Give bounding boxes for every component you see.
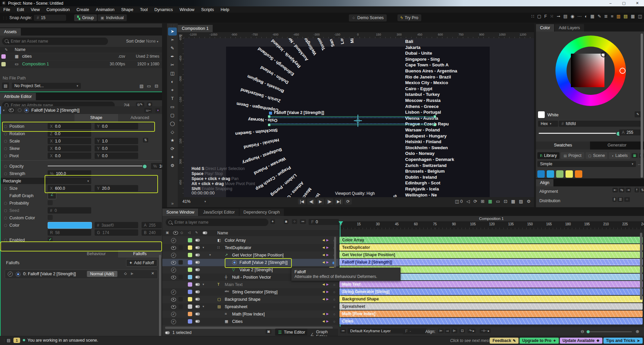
solo-box[interactable] xyxy=(178,297,183,301)
tab-advanced[interactable]: Advanced xyxy=(118,114,162,121)
layer-row[interactable]: ✓◧Color Array◀▶○ xyxy=(162,237,339,244)
attr-field[interactable]: %100.0 xyxy=(48,170,91,177)
prev-keyframe-icon[interactable]: ◀ xyxy=(322,238,325,242)
next-keyframe-icon[interactable]: ▶ xyxy=(326,312,329,315)
project-set-icon[interactable]: ▤ xyxy=(2,82,9,89)
orient-tool[interactable]: ⟳ xyxy=(168,145,177,153)
layer-color-swatch[interactable] xyxy=(188,312,192,316)
messages-icon[interactable]: ▤ xyxy=(5,338,12,343)
visibility-eye-icon[interactable] xyxy=(171,276,176,279)
add-layer-button[interactable]: + xyxy=(270,219,275,224)
timeline-bar[interactable]: Spreatsheet xyxy=(339,303,643,310)
menu-animation[interactable]: Animation xyxy=(93,7,118,12)
swatch-chip[interactable] xyxy=(566,170,573,178)
menu-view[interactable]: View xyxy=(28,7,43,12)
layer-name[interactable]: Falloff [Value 2 [Strength]] xyxy=(239,260,287,265)
tab-generator[interactable]: Generator xyxy=(590,141,644,150)
keyframe-dot[interactable] xyxy=(4,187,7,190)
direct-select-tool[interactable]: ➣ xyxy=(168,36,177,44)
asset-search-input[interactable] xyxy=(2,38,108,45)
tab-composition-1[interactable]: Composition 1 xyxy=(178,25,213,32)
rectangle-tool[interactable]: ▢ xyxy=(168,111,177,119)
clip-icon[interactable] xyxy=(195,283,200,286)
layers-icon[interactable]: ▩ xyxy=(511,199,515,204)
arrow-right-icon[interactable]: ➞ xyxy=(557,14,560,19)
enabled-check-icon[interactable]: ✓ xyxy=(171,290,176,295)
next-keyframe-icon[interactable]: ▶ xyxy=(326,246,329,249)
prev-keyframe-icon[interactable]: ◀ xyxy=(322,246,325,249)
distribute-button[interactable]: ⫴ xyxy=(612,197,616,202)
attr-field[interactable]: Y0.0 xyxy=(95,123,138,129)
globe-tool[interactable]: ◐ xyxy=(168,78,177,86)
item-check-icon[interactable]: ✓ xyxy=(8,272,13,277)
distribute-button[interactable]: ⁘ xyxy=(624,197,630,202)
layer-row[interactable]: ▾TMain Text◀▶○ xyxy=(162,281,339,288)
layer-row[interactable]: Falloff [Value 2 [Strength]]◀▶◉ xyxy=(162,259,339,266)
menu-file[interactable]: File xyxy=(0,7,13,12)
keyframe-dot[interactable] xyxy=(4,224,7,227)
layer-search-input[interactable] xyxy=(166,219,268,226)
alpha-field[interactable]: A255 xyxy=(619,129,642,135)
layer-name[interactable]: Value 2 [Strength] xyxy=(239,268,273,272)
align-button[interactable]: ⇥ xyxy=(626,188,631,192)
focus-icon[interactable]: ▣ xyxy=(266,329,271,334)
update-available-button[interactable]: Update Available❖ xyxy=(560,338,602,344)
expand-chevron-icon[interactable]: ▾ xyxy=(209,253,211,256)
checkbox[interactable] xyxy=(48,200,53,205)
prev-keyframe-icon[interactable]: ◀ xyxy=(322,312,325,315)
keyframe-dot[interactable] xyxy=(4,147,7,150)
menu-shape[interactable]: Shape xyxy=(118,7,137,12)
layer-color-swatch[interactable] xyxy=(188,245,192,250)
layer-color-swatch[interactable] xyxy=(188,297,192,301)
keyframe-dot[interactable] xyxy=(4,239,7,242)
menu-composition[interactable]: Composition xyxy=(43,7,73,12)
box-select-icon[interactable]: ⊡ xyxy=(460,329,465,333)
next-keyframe-icon[interactable]: ▶ xyxy=(326,253,329,256)
falloff-list-item[interactable]: ✓ 0: Falloff [Value 2 [Strength]] Normal… xyxy=(5,270,158,279)
prev-keyframe-icon[interactable]: ◀ xyxy=(322,261,325,264)
monitor-icon[interactable]: ▭ xyxy=(147,83,151,89)
alpha-slider-track[interactable] xyxy=(539,133,619,134)
distribute-button[interactable]: ☰ xyxy=(618,197,623,202)
align-button[interactable]: ⇆ xyxy=(619,188,624,192)
layer-name[interactable]: Main Text xyxy=(225,282,243,287)
layer-radio[interactable]: ○ xyxy=(333,283,335,287)
loop-button[interactable]: ⟳ xyxy=(344,198,352,205)
menu-edit[interactable]: Edit xyxy=(13,7,28,12)
expand-chevron-icon[interactable]: ▾ xyxy=(203,305,204,308)
align-stack-icon[interactable]: ▤ xyxy=(564,14,568,19)
align-button[interactable]: ⇅ xyxy=(640,188,644,192)
swatch-chip[interactable] xyxy=(556,170,564,178)
clip-icon[interactable] xyxy=(195,320,200,323)
layer-color-swatch[interactable] xyxy=(188,304,192,309)
group-toggle[interactable]: ▚ Group xyxy=(74,14,97,21)
keyframe-dot[interactable] xyxy=(4,172,7,175)
prev-keyframe-icon[interactable]: ◀ xyxy=(322,283,325,286)
checkbox[interactable] xyxy=(48,215,53,220)
layer-radio[interactable]: ○ xyxy=(333,297,335,301)
lib-tab-labels[interactable]: ◖Labels xyxy=(609,152,630,159)
layer-name[interactable]: TextDuplicator xyxy=(225,245,251,250)
left-panel-scrollbar[interactable] xyxy=(159,255,161,336)
right-panel-scrollbar[interactable] xyxy=(641,34,643,178)
package-icon[interactable]: ▢ xyxy=(537,14,541,19)
attr-field[interactable]: Y0.0 xyxy=(95,145,138,152)
layer-row[interactable]: ✓=Math [Row Index]◀▶○ xyxy=(162,310,339,318)
enabled-check-icon[interactable]: ✓ xyxy=(171,312,176,317)
next-keyframe-icon[interactable]: ▶ xyxy=(326,297,329,301)
layer-row[interactable]: ✓▾↗Get Vector [Shape Position]◀▶○ xyxy=(162,251,339,259)
clip-icon[interactable] xyxy=(195,305,200,308)
timeline-zoom-track[interactable] xyxy=(586,331,632,332)
more-dots-icon[interactable]: ⋯ xyxy=(577,14,582,19)
clip-icon[interactable] xyxy=(195,290,200,293)
folder-icon[interactable]: ▧ xyxy=(140,83,144,89)
tab-scene-window[interactable]: Scene Window xyxy=(162,209,198,216)
project-set-select[interactable]: No Project Set...▾ xyxy=(12,83,81,89)
alpha-field[interactable]: A255 xyxy=(142,222,162,228)
tab-swatches[interactable]: Swatches xyxy=(536,141,590,150)
layer-name[interactable]: Math [Row Index] xyxy=(232,312,265,317)
keyframe-dot[interactable] xyxy=(4,125,7,128)
tools-grip[interactable]: ⋮⋮ xyxy=(167,23,178,27)
lib-tab-scene[interactable]: ▢Scene xyxy=(586,152,608,159)
layer-color-swatch[interactable] xyxy=(188,260,192,265)
